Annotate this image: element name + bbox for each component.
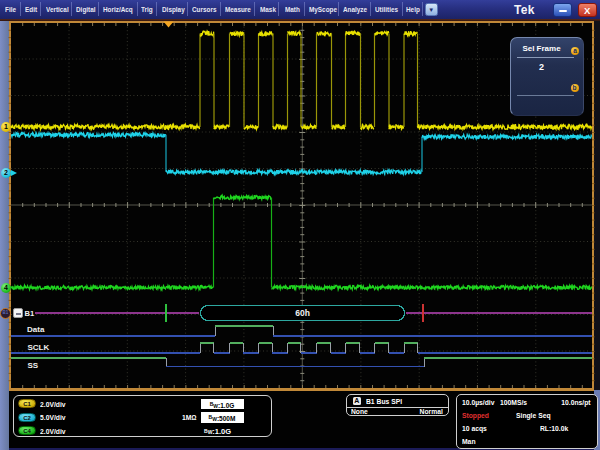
svg-text:60h: 60h [295,308,310,318]
